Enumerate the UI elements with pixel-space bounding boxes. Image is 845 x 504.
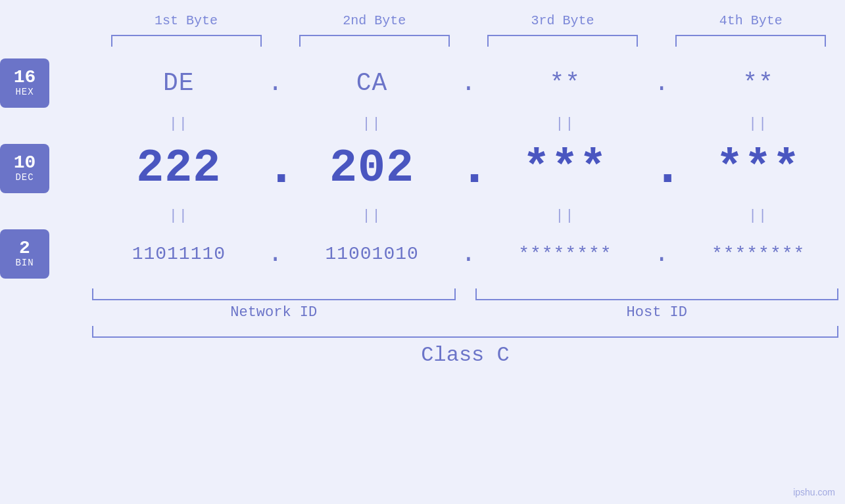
bin-label: 2 BIN (0, 229, 92, 279)
host-bracket-middle (647, 288, 667, 300)
equals-row-1: || || || || (92, 116, 845, 132)
bin-byte1: 11011110 (92, 244, 266, 264)
eq2-byte1: || (92, 208, 266, 224)
dec-row: 10 DEC 222 . 202 . *** . *** (92, 135, 845, 201)
bracket-line-2 (299, 35, 450, 47)
bin-byte3: ******** (479, 244, 652, 264)
bracket-line-4 (675, 35, 826, 47)
dec-text: DEC (15, 172, 34, 183)
byte3-header: 3rd Byte (469, 13, 657, 28)
hex-byte1-value: DE (163, 69, 195, 97)
hex-byte4: ** (671, 69, 845, 97)
main-content: 16 HEX DE . CA . ** . ** (0, 57, 845, 504)
bin-byte4-value: ******** (712, 244, 805, 264)
bin-dot3: . (652, 240, 671, 268)
eq2-dot2 (459, 208, 479, 224)
bin-label-box: 2 BIN (0, 229, 49, 279)
byte2-header: 2nd Byte (280, 13, 468, 28)
dec-byte1: 222 (92, 143, 266, 195)
hex-dot3: . (652, 69, 671, 97)
hex-byte1: DE (92, 69, 266, 97)
eq1-dot3 (652, 116, 671, 132)
bracket-cell-4 (657, 35, 845, 47)
host-bracket-end (667, 288, 838, 300)
bracket-cell-1 (92, 35, 280, 47)
bin-number: 2 (19, 239, 30, 258)
top-brackets (0, 35, 845, 47)
class-label: Class C (92, 343, 838, 367)
dec-number: 10 (14, 154, 36, 172)
dec-byte4: *** (671, 143, 845, 195)
dec-cells: 222 . 202 . *** . *** (92, 143, 845, 195)
eq2-dot1 (266, 208, 285, 224)
bracket-line-1 (111, 35, 262, 47)
network-bracket-end (283, 288, 455, 300)
dec-byte4-value: *** (716, 143, 801, 195)
host-bracket-start (475, 288, 647, 300)
host-id-label: Host ID (475, 304, 839, 321)
bracket-cell-3 (469, 35, 657, 47)
dec-byte2: 202 (285, 143, 459, 195)
class-bracket (92, 326, 838, 338)
eq1-byte2: || (285, 116, 459, 132)
eq1-byte4: || (671, 116, 845, 132)
hex-row: 16 HEX DE . CA . ** . ** (92, 57, 845, 109)
bin-byte1-value: 11011110 (132, 244, 226, 264)
hex-dot1: . (266, 69, 285, 97)
bin-text: BIN (15, 258, 34, 268)
eq1-byte1: || (92, 116, 266, 132)
dec-dot1: . (266, 150, 285, 187)
hex-byte4-value: ** (742, 69, 774, 97)
hex-cells: DE . CA . ** . ** (92, 69, 845, 97)
bin-row: 2 BIN 11011110 . 11001010 . ******** . * (92, 227, 845, 280)
byte4-header: 4th Byte (657, 13, 845, 28)
network-host-brackets (92, 288, 845, 300)
hex-byte3-value: ** (550, 69, 581, 97)
hex-byte2: CA (285, 69, 459, 97)
dec-byte3: *** (479, 143, 652, 195)
hex-byte3: ** (479, 69, 652, 97)
dec-dot2: . (459, 150, 479, 187)
bracket-line-3 (487, 35, 638, 47)
byte-headers: 1st Byte 2nd Byte 3rd Byte 4th Byte (0, 0, 845, 28)
network-bracket-middle (264, 288, 283, 300)
dec-label: 10 DEC (0, 144, 92, 193)
bin-byte2-value: 11001010 (325, 244, 418, 264)
hex-dot2: . (459, 69, 479, 97)
network-bracket-start (92, 288, 264, 300)
eq1-dot2 (459, 116, 479, 132)
dec-label-box: 10 DEC (0, 144, 49, 193)
dec-byte3-value: *** (523, 143, 608, 195)
hex-byte2-value: CA (356, 69, 388, 97)
bin-byte3-value: ******** (518, 244, 612, 264)
hex-text: HEX (15, 87, 34, 97)
eq2-byte4: || (671, 208, 845, 224)
eq1-byte3: || (479, 116, 652, 132)
dec-byte1-value: 222 (136, 143, 221, 195)
equals-row-2: || || || || (92, 208, 845, 224)
hex-number: 16 (14, 68, 36, 87)
bin-byte4: ******** (671, 244, 845, 264)
id-labels-row: Network ID Host ID (92, 304, 845, 321)
eq1-dot1 (266, 116, 285, 132)
hex-label-box: 16 HEX (0, 58, 49, 108)
byte1-header: 1st Byte (92, 13, 280, 28)
page-container: 1st Byte 2nd Byte 3rd Byte 4th Byte 16 H… (0, 0, 845, 504)
dec-dot3: . (652, 150, 671, 187)
bin-dot2: . (459, 240, 479, 268)
hex-label: 16 HEX (0, 58, 92, 108)
eq2-byte3: || (479, 208, 652, 224)
bracket-gap (456, 288, 475, 300)
network-id-label: Network ID (92, 304, 456, 321)
id-label-gap (456, 304, 475, 321)
eq2-dot3 (652, 208, 671, 224)
bin-cells: 11011110 . 11001010 . ******** . *******… (92, 240, 845, 268)
dec-byte2-value: 202 (329, 143, 414, 195)
bracket-cell-2 (280, 35, 468, 47)
bin-byte2: 11001010 (285, 244, 459, 264)
bin-dot1: . (266, 240, 285, 268)
watermark: ipshu.com (793, 487, 835, 497)
eq2-byte2: || (285, 208, 459, 224)
